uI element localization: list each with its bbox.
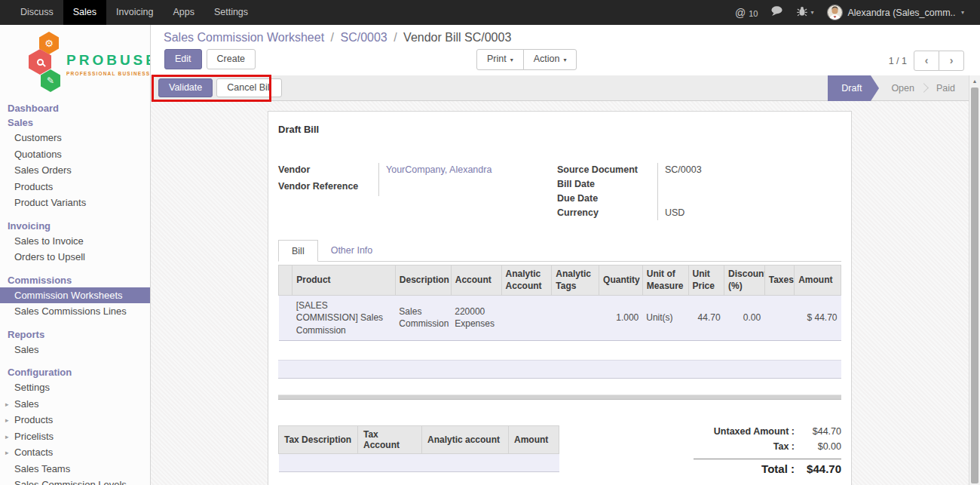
action-button[interactable]: Action▾ bbox=[523, 49, 577, 70]
sidebar-header-configuration[interactable]: Configuration bbox=[0, 365, 150, 379]
currency-label: Currency bbox=[557, 206, 657, 220]
user-name: Alexandra (Sales_comm.. bbox=[847, 8, 958, 18]
sidebar-item-settings[interactable]: Settings bbox=[0, 379, 150, 396]
bill-lines-table: ProductDescriptionAccountAnalytic Accoun… bbox=[278, 265, 841, 341]
total-label: Total : bbox=[694, 462, 795, 475]
tax-empty-row bbox=[279, 453, 559, 471]
sidebar-entry-label: Sales Commission Levels bbox=[14, 479, 127, 485]
sidebar-item-orders-to-upsell[interactable]: Orders to Upsell bbox=[0, 249, 150, 266]
sidebar-entry-label: Products bbox=[14, 181, 53, 192]
col-header-unit-price: Unit Price bbox=[688, 266, 724, 296]
sidebar-entry-label: Reports bbox=[8, 329, 44, 340]
sidebar-item-sales-commissions-lines[interactable]: Sales Commissions Lines bbox=[0, 303, 150, 320]
uom-cell: Unit(s) bbox=[642, 296, 688, 341]
vertical-scrollbar[interactable]: ▲ bbox=[969, 75, 980, 485]
edit-button[interactable]: Edit bbox=[164, 49, 202, 69]
sidebar-item-sales-commission-levels[interactable]: Sales Commission Levels bbox=[0, 477, 150, 485]
sidebar-header-dashboard[interactable]: Dashboard bbox=[0, 101, 150, 115]
sidebar-entry-label: Commission Worksheets bbox=[14, 290, 123, 301]
mention-counter[interactable]: @ 10 bbox=[728, 0, 764, 25]
tab-other-info[interactable]: Other Info bbox=[318, 240, 386, 261]
pager-next-button[interactable]: › bbox=[939, 51, 964, 71]
status-arrow-icon bbox=[871, 75, 879, 101]
sidebar-item-pricelists[interactable]: ▸Pricelists bbox=[0, 428, 150, 445]
description-cell: Sales Commission bbox=[395, 296, 451, 341]
sidebar-item-commission-worksheets[interactable]: Commission Worksheets bbox=[0, 287, 150, 304]
statusbar-states: DraftOpenPaid bbox=[828, 75, 967, 101]
row-handle-header bbox=[279, 266, 292, 296]
expand-caret-icon: ▸ bbox=[5, 432, 9, 443]
col-header-analytic-tags: Analytic Tags bbox=[552, 266, 599, 296]
topbar-menu-apps[interactable]: Apps bbox=[163, 0, 204, 25]
sidebar-item-quotations[interactable]: Quotations bbox=[0, 146, 150, 163]
sidebar-header-invoicing[interactable]: Invoicing bbox=[0, 219, 150, 233]
messages-menu[interactable] bbox=[764, 0, 790, 25]
statusbar-buttons: Validate Cancel Bill bbox=[158, 78, 282, 97]
horizontal-scrollbar[interactable] bbox=[278, 394, 841, 400]
sidebar-entry-label: Commissions bbox=[8, 275, 72, 286]
sidebar-item-sales-to-invoice[interactable]: Sales to Invoice bbox=[0, 233, 150, 250]
topbar-menu-settings[interactable]: Settings bbox=[204, 0, 258, 25]
pager-counter: 1 / 1 bbox=[889, 56, 907, 66]
sidebar-header-sales[interactable]: Sales bbox=[0, 115, 150, 130]
field-groups: Vendor YourCompany, Alexandra Vendor Ref… bbox=[278, 163, 841, 220]
sidebar-item-sales-teams[interactable]: Sales Teams bbox=[0, 461, 150, 477]
vendor-reference-label: Vendor Reference bbox=[278, 180, 378, 196]
sidebar-entry-label: Sales bbox=[8, 117, 33, 128]
sidebar-entry-label: Sales Orders bbox=[14, 164, 72, 176]
tab-bill[interactable]: Bill bbox=[278, 240, 318, 262]
chevron-down-icon: ▾ bbox=[510, 57, 513, 63]
untaxed-amount-value: $44.70 bbox=[795, 426, 841, 437]
topbar-menu-discuss[interactable]: Discuss bbox=[11, 0, 63, 25]
sidebar-entry-label: Products bbox=[14, 414, 53, 425]
main-area: Sales Commission Worksheet / SC/0003 / V… bbox=[151, 25, 980, 485]
sheet-bottom: Tax DescriptionTax AccountAnalytic accou… bbox=[278, 425, 841, 485]
sidebar-item-products[interactable]: Products bbox=[0, 179, 150, 195]
line-table-header-row: ProductDescriptionAccountAnalytic Accoun… bbox=[279, 266, 841, 296]
tax-account-cell bbox=[358, 453, 422, 471]
create-button[interactable]: Create bbox=[207, 49, 256, 69]
sidebar-header-reports[interactable]: Reports bbox=[0, 327, 150, 342]
bill-line-row[interactable]: [SALES COMMISSION] Sales Commission Sale… bbox=[279, 296, 841, 341]
scrollbar-thumb[interactable] bbox=[971, 87, 978, 483]
pager: 1 / 1 ‹ › bbox=[889, 51, 964, 71]
col-header-product: Product bbox=[292, 266, 396, 296]
print-button[interactable]: Print▾ bbox=[476, 49, 524, 70]
topbar-menu-sales[interactable]: Sales bbox=[63, 0, 106, 25]
bill-date-value bbox=[657, 177, 838, 192]
breadcrumb-worksheet-link[interactable]: Sales Commission Worksheet bbox=[164, 31, 324, 44]
logo-subtitle: PROFESSIONAL BUSINESS bbox=[66, 71, 151, 76]
breadcrumb-record-link[interactable]: SC/0003 bbox=[340, 31, 387, 44]
sidebar-item-sales[interactable]: Sales bbox=[0, 342, 150, 358]
sidebar-entry-label: Sales Commissions Lines bbox=[14, 305, 127, 317]
sidebar-item-customers[interactable]: Customers bbox=[0, 130, 150, 146]
breadcrumb: Sales Commission Worksheet / SC/0003 / V… bbox=[164, 31, 511, 45]
sidebar-item-products[interactable]: ▸Products bbox=[0, 412, 150, 428]
empty-list-row bbox=[278, 360, 841, 379]
cancel-bill-button[interactable]: Cancel Bill bbox=[216, 78, 282, 97]
validate-button[interactable]: Validate bbox=[158, 78, 213, 97]
chevron-down-icon: ▾ bbox=[563, 57, 566, 63]
sidebar-item-contacts[interactable]: ▸Contacts bbox=[0, 444, 150, 461]
sidebar-item-sales-orders[interactable]: Sales Orders bbox=[0, 162, 150, 179]
topbar-menus: DiscussSalesInvoicingAppsSettings bbox=[11, 0, 258, 25]
col-header-discount: Discount (%) bbox=[724, 266, 765, 296]
sidebar-item-product-variants[interactable]: Product Variants bbox=[0, 195, 150, 211]
bug-icon bbox=[797, 6, 807, 20]
sidebar-header-commissions[interactable]: Commissions bbox=[0, 273, 150, 287]
sidebar-entry-label: Dashboard bbox=[8, 103, 59, 114]
vendor-value[interactable]: YourCompany, Alexandra bbox=[378, 163, 557, 180]
mention-count: 10 bbox=[749, 9, 758, 18]
sidebar-menu: DashboardSalesCustomersQuotationsSales O… bbox=[0, 101, 150, 485]
logo-text: PROBUSE PROFESSIONAL BUSINESS bbox=[66, 52, 151, 76]
sheet-title: Draft Bill bbox=[278, 124, 841, 135]
pager-previous-button[interactable]: ‹ bbox=[914, 51, 939, 71]
sidebar-item-sales[interactable]: ▸Sales bbox=[0, 396, 150, 413]
sidebar-entry-label: Settings bbox=[14, 382, 50, 393]
chevron-down-icon: ▾ bbox=[810, 9, 813, 16]
col-header-description: Description bbox=[395, 266, 451, 296]
scroll-up-button[interactable]: ▲ bbox=[969, 75, 980, 87]
topbar-menu-invoicing[interactable]: Invoicing bbox=[106, 0, 163, 25]
debug-menu[interactable]: ▾ bbox=[790, 0, 820, 25]
user-menu[interactable]: Alexandra (Sales_comm.. ▾ bbox=[820, 0, 971, 25]
